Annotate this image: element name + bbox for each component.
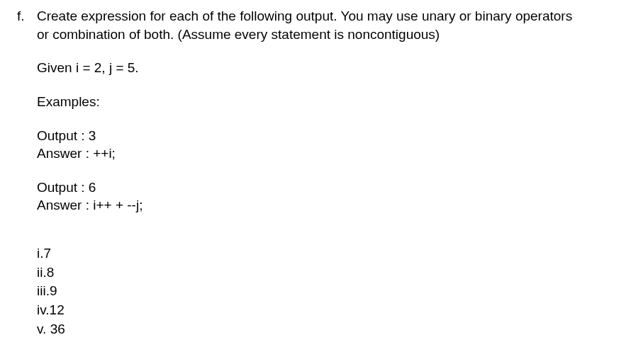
- question-row: f. Create expression for each of the fol…: [17, 7, 614, 230]
- question-letter: f.: [17, 7, 37, 25]
- given-values: Given i = 2, j = 5.: [37, 59, 614, 77]
- prompt-line-2: or combination of both. (Assume every st…: [37, 27, 440, 42]
- example-block-2: Output : 6 Answer : i++ + --j;: [37, 178, 614, 215]
- example-block-1: Output : 3 Answer : ++i;: [37, 127, 614, 163]
- examples-label: Examples:: [37, 93, 614, 111]
- question-prompt: Create expression for each of the follow…: [37, 7, 614, 43]
- subitem-iii: iii.9: [37, 282, 614, 301]
- example-answer: Answer : i++ + --j;: [37, 196, 614, 215]
- example-output: Output : 6: [37, 178, 614, 197]
- subitem-i: i.7: [37, 244, 614, 263]
- question-body: Create expression for each of the follow…: [37, 7, 614, 230]
- prompt-line-1: Create expression for each of the follow…: [37, 8, 572, 23]
- subitems-list: i.7 ii.8 iii.9 iv.12 v. 36: [17, 244, 614, 339]
- example-answer: Answer : ++i;: [37, 144, 614, 163]
- subitem-ii: ii.8: [37, 263, 614, 283]
- subitem-iv: iv.12: [37, 301, 614, 320]
- example-output: Output : 3: [37, 127, 614, 145]
- document-body: f. Create expression for each of the fol…: [0, 0, 631, 346]
- subitem-v: v. 36: [37, 320, 614, 339]
